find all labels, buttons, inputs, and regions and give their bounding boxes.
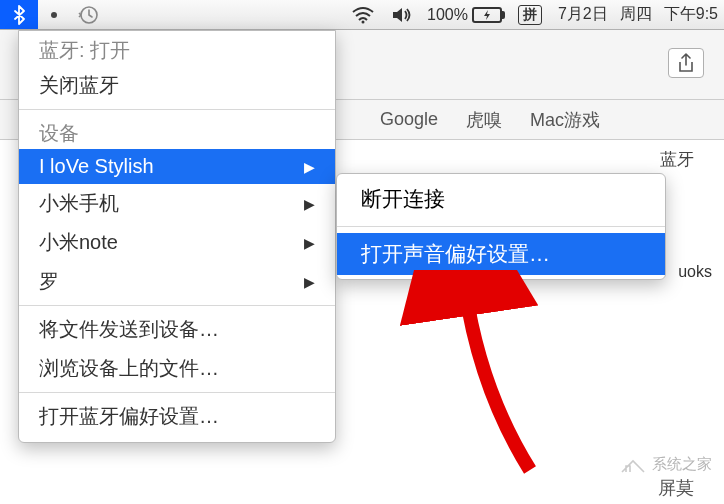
side-text-partial: uoks [678,263,712,281]
volume-icon[interactable] [383,0,421,29]
bt-open-prefs[interactable]: 打开蓝牙偏好设置… [19,397,335,436]
bt-turn-off[interactable]: 关闭蓝牙 [19,66,335,105]
timemachine-icon[interactable] [70,0,108,29]
submenu-arrow-icon: ▶ [304,196,315,212]
battery-percent: 100% [427,6,468,24]
battery-status[interactable]: 100% [421,0,508,29]
wifi-icon[interactable] [343,0,383,29]
bookmark-huxiu[interactable]: 虎嗅 [466,108,502,132]
bluetooth-menu: 蓝牙: 打开 关闭蓝牙 设备 I loVe Stylish ▶ 小米手机 ▶ 小… [18,30,336,443]
bookmark-google[interactable]: Google [380,109,438,130]
bt-devices-label: 设备 [19,114,335,149]
input-source[interactable]: 拼 [508,0,552,29]
bt-device-stylish[interactable]: I loVe Stylish ▶ [19,149,335,184]
watermark: 系统之家 [620,454,712,474]
menu-separator [19,109,335,110]
svg-point-2 [362,20,365,23]
bluetooth-icon[interactable] [0,0,38,29]
bt-device-submenu: 断开连接 打开声音偏好设置… [336,173,666,280]
share-button[interactable] [668,48,704,78]
menubar-date[interactable]: 7月2日 [552,0,614,29]
bt-send-file[interactable]: 将文件发送到设备… [19,310,335,349]
submenu-arrow-icon: ▶ [304,274,315,290]
menu-separator [337,226,665,227]
bt-device-xiaomi-phone[interactable]: 小米手机 ▶ [19,184,335,223]
svg-point-0 [51,12,57,18]
bt-browse-files[interactable]: 浏览设备上的文件… [19,349,335,388]
menubar-time[interactable]: 下午9:5 [658,0,724,29]
bt-device-xiaomi-note[interactable]: 小米note ▶ [19,223,335,262]
submenu-arrow-icon: ▶ [304,159,315,175]
footer-text-partial: 屏莫 [658,476,694,500]
tab-label-partial[interactable]: 蓝牙 [660,148,694,171]
bt-device-luo[interactable]: 罗 ▶ [19,262,335,301]
submenu-disconnect[interactable]: 断开连接 [337,178,665,220]
submenu-arrow-icon: ▶ [304,235,315,251]
bookmark-macgames[interactable]: Mac游戏 [530,108,600,132]
menu-separator [19,305,335,306]
bullet-icon[interactable] [38,0,70,29]
battery-icon [472,7,502,23]
menubar-weekday[interactable]: 周四 [614,0,658,29]
input-method-label: 拼 [518,5,542,25]
menubar: 100% 拼 7月2日 周四 下午9:5 [0,0,724,30]
bt-status-label: 蓝牙: 打开 [19,31,335,66]
menu-separator [19,392,335,393]
submenu-sound-prefs[interactable]: 打开声音偏好设置… [337,233,665,275]
